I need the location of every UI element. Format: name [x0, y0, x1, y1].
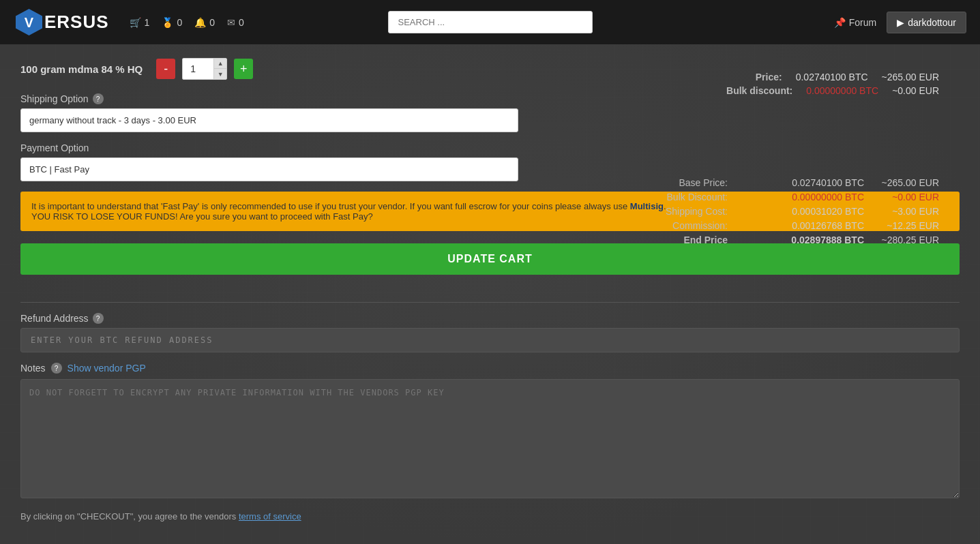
notif-count: 0: [209, 17, 215, 28]
notes-label-row: Notes ? Show vendor PGP: [20, 363, 960, 374]
cart-icon: 🛒: [130, 17, 141, 28]
detail-bulk-discount-row: Bulk Discount: 0.00000000 BTC ~0.00 EUR: [666, 192, 939, 202]
divider: [20, 302, 960, 303]
multisig-link[interactable]: Multisig: [630, 201, 664, 211]
shipping-cost-eur: ~3.00 EUR: [878, 206, 939, 217]
forum-link[interactable]: 📌 Forum: [834, 17, 876, 28]
terms-of-service-link[interactable]: terms of service: [239, 511, 301, 522]
warning-text-3: YOU RISK TO LOSE YOUR FUNDS! Are you sur…: [31, 211, 373, 222]
end-price-eur: ~280.25 EUR: [878, 235, 939, 245]
search-container: [388, 11, 593, 33]
notes-help-icon[interactable]: ?: [51, 363, 62, 374]
cart-nav-item[interactable]: 🛒 1: [130, 17, 150, 28]
spin-down-button[interactable]: ▼: [214, 69, 226, 79]
header: V ERSUS 🛒 1 🏅 0 🔔 0 ✉ 0 📌 Forum ▶: [0, 0, 980, 44]
price-details: Base Price: 0.02740100 BTC ~265.00 EUR B…: [666, 177, 939, 249]
refund-label: Refund Address ?: [20, 313, 960, 324]
shipping-help-icon[interactable]: ?: [93, 93, 104, 104]
username-label: darkdottour: [908, 17, 956, 28]
price-label: Price:: [756, 72, 782, 82]
coins-nav-item[interactable]: 🏅 0: [162, 17, 182, 28]
refund-address-input[interactable]: [20, 328, 960, 352]
logo-icon: V: [14, 7, 44, 37]
show-pgp-link[interactable]: Show vendor PGP: [68, 363, 146, 374]
decrement-button[interactable]: -: [156, 59, 175, 79]
footer-note: By clicking on "CHECKOUT", you agree to …: [20, 511, 960, 522]
logo[interactable]: V ERSUS: [14, 7, 109, 37]
shipping-label-text: Shipping Option: [20, 93, 89, 104]
commission-label: Commission:: [672, 220, 728, 231]
warning-text-1: It is important to understand that 'Fast…: [31, 201, 630, 211]
detail-bulk-btc: 0.00000000 BTC: [741, 192, 864, 202]
nav-icons: 🛒 1 🏅 0 🔔 0 ✉ 0: [130, 17, 244, 28]
bell-nav-item[interactable]: 🔔 0: [194, 17, 215, 28]
mail-count: 0: [239, 17, 244, 28]
cart-item-title: 100 gram mdma 84 % HQ: [20, 63, 143, 75]
commission-row: Commission: 0.00126768 BTC ~12.25 EUR: [666, 220, 939, 231]
quantity-input[interactable]: 1: [183, 59, 213, 79]
shipping-label: Shipping Option ?: [20, 93, 518, 104]
shipping-cost-row: Shipping Cost: 0.00031020 BTC ~3.00 EUR: [666, 206, 939, 217]
content-area: 100 gram mdma 84 % HQ - 1 ▲ ▼ + Price: 0…: [20, 58, 960, 522]
mail-nav-item[interactable]: ✉ 0: [227, 17, 244, 28]
payment-select[interactable]: BTC | Fast Pay: [20, 157, 518, 181]
price-btc: 0.02740100 BTC: [796, 72, 868, 82]
quantity-spinbox: 1 ▲ ▼: [182, 58, 227, 80]
notes-textarea[interactable]: [20, 379, 960, 498]
price-row: Price: 0.02740100 BTC ~265.00 EUR: [726, 72, 939, 82]
base-price-eur: ~265.00 EUR: [878, 177, 939, 188]
shipping-cost-btc: 0.00031020 BTC: [741, 206, 864, 217]
end-price-row: End Price 0.02897888 BTC ~280.25 EUR: [666, 235, 939, 245]
user-menu-button[interactable]: ▶ darkdottour: [887, 12, 966, 33]
price-summary: Price: 0.02740100 BTC ~265.00 EUR Bulk d…: [726, 72, 939, 99]
notes-section: Notes ? Show vendor PGP: [20, 363, 960, 501]
detail-bulk-eur: ~0.00 EUR: [878, 192, 939, 202]
svg-text:V: V: [25, 15, 34, 30]
commission-btc: 0.00126768 BTC: [741, 220, 864, 231]
refund-section: Refund Address ?: [20, 313, 960, 352]
cart-count: 1: [145, 17, 150, 28]
footer-text: By clicking on "CHECKOUT", you agree to …: [20, 511, 239, 522]
end-price-label: End Price: [683, 235, 728, 245]
spin-buttons: ▲ ▼: [213, 59, 226, 79]
coins-count: 0: [177, 17, 182, 28]
payment-section: Payment Option BTC | Fast Pay: [20, 142, 518, 181]
notes-label-text: Notes: [20, 363, 46, 374]
shipping-cost-label: Shipping Cost:: [666, 206, 728, 217]
base-price-label: Base Price:: [679, 177, 728, 188]
bulk-discount-label: Bulk discount:: [726, 85, 792, 96]
shipping-select[interactable]: germany without track - 3 days - 3.00 EU…: [20, 108, 518, 132]
forum-pin-icon: 📌: [834, 17, 846, 28]
bell-icon: 🔔: [194, 17, 206, 28]
end-price-btc: 0.02897888 BTC: [741, 235, 864, 245]
shipping-section: Shipping Option ? germany without track …: [20, 93, 518, 132]
bulk-discount-eur: ~0.00 EUR: [892, 85, 939, 96]
spin-up-button[interactable]: ▲: [214, 59, 226, 69]
detail-bulk-label: Bulk Discount:: [667, 192, 728, 202]
increment-button[interactable]: +: [234, 59, 253, 79]
payment-label: Payment Option: [20, 142, 518, 153]
payment-label-text: Payment Option: [20, 142, 89, 153]
coins-icon: 🏅: [162, 17, 173, 28]
refund-label-text: Refund Address: [20, 313, 89, 324]
base-price-row: Base Price: 0.02740100 BTC ~265.00 EUR: [666, 177, 939, 188]
logo-text: ERSUS: [44, 12, 109, 33]
header-right: 📌 Forum ▶ darkdottour: [834, 12, 966, 33]
mail-icon: ✉: [227, 17, 235, 28]
refund-help-icon[interactable]: ?: [93, 313, 104, 324]
forum-label: Forum: [849, 17, 876, 28]
search-input[interactable]: [388, 11, 593, 33]
chevron-icon: ▶: [897, 17, 904, 28]
price-eur: ~265.00 EUR: [882, 72, 939, 82]
base-price-btc: 0.02740100 BTC: [741, 177, 864, 188]
commission-eur: ~12.25 EUR: [878, 220, 939, 231]
main-content: 100 gram mdma 84 % HQ - 1 ▲ ▼ + Price: 0…: [0, 44, 980, 544]
bulk-discount-row: Bulk discount: 0.00000000 BTC ~0.00 EUR: [726, 85, 939, 96]
bulk-discount-btc: 0.00000000 BTC: [806, 85, 878, 96]
